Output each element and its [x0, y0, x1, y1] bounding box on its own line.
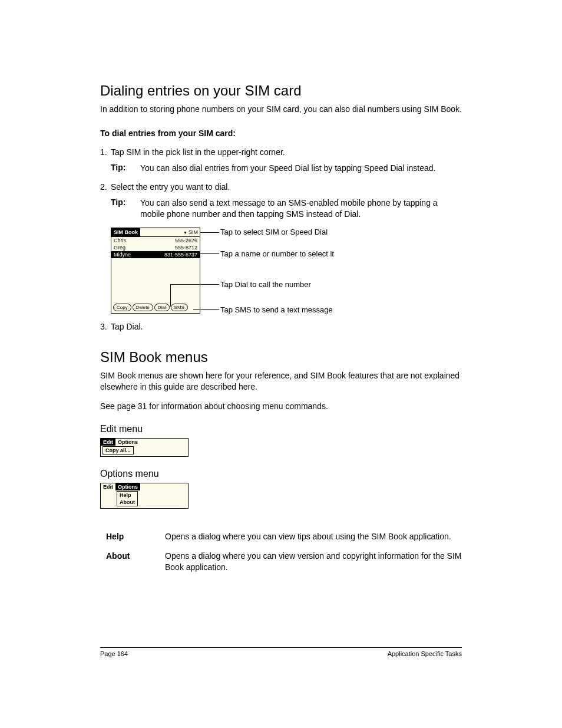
contact-number: 555-2676	[175, 238, 197, 243]
contact-name: Greg	[114, 245, 125, 251]
delete-button[interactable]: Delete	[133, 304, 153, 311]
step-number: 2.	[100, 182, 111, 192]
menu-options[interactable]: Options	[115, 483, 140, 490]
step-text: Tap SIM in the pick list in the upper-ri…	[111, 147, 462, 157]
page-footer: Page 164 Application Specific Tasks	[100, 647, 462, 657]
menu-edit[interactable]: Edit	[101, 439, 115, 446]
definition-about: About Opens a dialog where you can view …	[106, 551, 462, 573]
simbook-picklist[interactable]: ▼ SIM	[181, 229, 200, 235]
callout-dial: Tap Dial to call the number	[220, 280, 311, 289]
contact-name: Chris	[114, 238, 126, 243]
contact-number: 831-555-6737	[164, 252, 197, 258]
definition-term: About	[106, 551, 165, 573]
simbook-list[interactable]: Chris 555-2676 Greg 555-8712 Midyne 831-…	[111, 237, 200, 302]
step-3: 3. Tap Dial.	[100, 322, 462, 331]
callout-picklist: Tap to select SIM or Speed Dial	[220, 228, 328, 236]
page-number: Page 164	[100, 650, 128, 657]
tip-text: You can also send a text message to an S…	[140, 197, 462, 220]
heading-dialing: Dialing entries on your SIM card	[100, 83, 462, 99]
procedure-title: To dial entries from your SIM card:	[100, 128, 462, 139]
definition-help: Help Opens a dialog where you can view t…	[106, 531, 462, 542]
section2-para1: SIM Book menus are shown here for your r…	[100, 370, 462, 393]
menu-item-copy-all[interactable]: Copy all...	[103, 447, 133, 454]
step-number: 3.	[100, 322, 111, 331]
step-text: Select the entry you want to dial.	[111, 182, 462, 192]
dropdown-triangle-icon: ▼	[183, 230, 187, 235]
menu-item-help[interactable]: Help	[117, 492, 137, 499]
step-2: 2. Select the entry you want to dial. Ti…	[100, 182, 462, 314]
options-menu-screenshot: Edit Options Help About	[100, 483, 189, 509]
menu-edit[interactable]: Edit	[101, 483, 115, 490]
edit-menu-screenshot: Edit Options Copy all...	[100, 438, 189, 457]
copy-button[interactable]: Copy	[113, 304, 131, 311]
chapter-title: Application Specific Tasks	[388, 650, 462, 657]
callout-select-entry: Tap a name or number to select it	[220, 249, 334, 258]
list-row-selected[interactable]: Midyne 831-555-6737	[111, 251, 200, 258]
definition-term: Help	[106, 531, 165, 542]
list-row[interactable]: Greg 555-8712	[111, 244, 200, 251]
list-row[interactable]: Chris 555-2676	[111, 237, 200, 244]
definition-text: Opens a dialog where you can view versio…	[165, 551, 462, 573]
callout-sms: Tap SMS to send a text message	[220, 305, 333, 314]
simbook-picklist-label: SIM	[189, 229, 198, 235]
section2-para2: See page 31 for information about choosi…	[100, 401, 462, 412]
contact-number: 555-8712	[175, 245, 197, 251]
heading-sim-book-menus: SIM Book menus	[100, 349, 462, 365]
simbook-screenshot: SIM Book ▼ SIM Chris 555-2676 Greg	[111, 228, 200, 314]
heading-edit-menu: Edit menu	[100, 424, 462, 434]
tip-label: Tip:	[111, 163, 140, 174]
heading-options-menu: Options menu	[100, 469, 462, 479]
simbook-title: SIM Book	[111, 228, 140, 236]
step-number: 1.	[100, 147, 111, 157]
tip-label: Tip:	[111, 197, 140, 220]
intro-paragraph: In addition to storing phone numbers on …	[100, 104, 462, 115]
tip-text: You can also dial entries from your Spee…	[140, 163, 462, 174]
contact-name: Midyne	[114, 252, 131, 258]
step-text: Tap Dial.	[111, 322, 462, 331]
dial-button[interactable]: Dial	[154, 304, 170, 311]
callouts-area: Tap to select SIM or Speed Dial Tap a na…	[204, 228, 462, 314]
menu-item-about[interactable]: About	[117, 499, 137, 506]
menu-options[interactable]: Options	[115, 439, 140, 446]
step-1: 1. Tap SIM in the pick list in the upper…	[100, 147, 462, 174]
sms-button[interactable]: SMS	[171, 304, 188, 311]
definition-text: Opens a dialog where you can view tips a…	[165, 531, 462, 542]
